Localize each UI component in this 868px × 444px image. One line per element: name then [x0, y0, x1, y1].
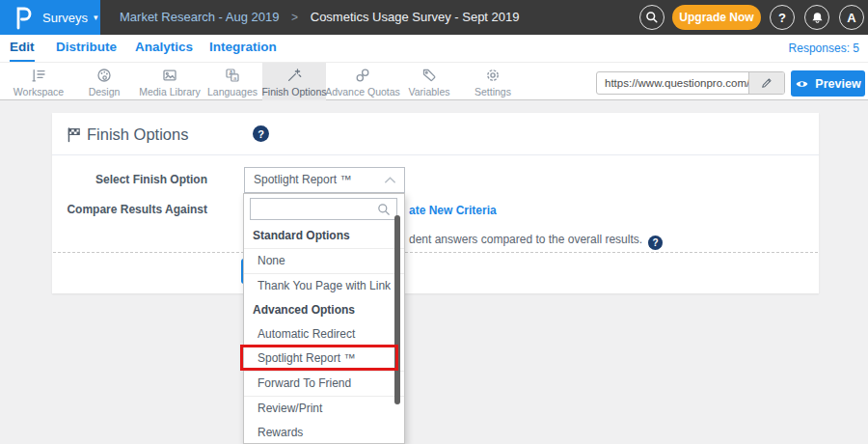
dashed-divider — [53, 252, 818, 253]
toolbar-item-workspace[interactable]: Workspace — [10, 63, 68, 100]
dropdown-scrollbar-thumb[interactable] — [394, 215, 400, 404]
tab-analytics[interactable]: Analytics — [135, 35, 193, 62]
caret-down-icon: ▾ — [94, 13, 98, 22]
account-avatar[interactable]: A — [839, 5, 864, 30]
avatar-initial: A — [847, 11, 855, 25]
dropdown-group-advanced-options: Advanced Options — [244, 298, 404, 323]
dropdown-search-box — [250, 198, 397, 220]
toolbar-item-variables[interactable]: Variables — [401, 63, 457, 100]
tab-edit[interactable]: Edit — [10, 35, 35, 62]
settings-icon — [484, 67, 502, 84]
selected-finish-option: Spotlight Report ™ — [254, 173, 351, 186]
dropdown-group-standard-options: Standard Options — [244, 224, 404, 249]
eye-icon — [795, 77, 809, 91]
dropdown-item-spotlight-report[interactable]: Spotlight Report ™ — [244, 347, 404, 372]
product-menu-label: Surveys — [42, 11, 88, 25]
card-header: Finish Options ? — [52, 113, 819, 155]
search-icon — [644, 10, 660, 25]
top-bar: Surveys ▾ Market Research - Aug 2019 > C… — [0, 0, 868, 35]
surveys-menu[interactable]: Surveys ▾ — [0, 0, 100, 35]
dropdown-item-thank-you-page[interactable]: Thank You Page with Link — [244, 274, 404, 299]
upgrade-now-button[interactable]: Upgrade Now — [672, 5, 761, 30]
toolbar-item-finish-options[interactable]: Finish Options — [262, 63, 326, 100]
pencil-icon — [760, 76, 773, 90]
dropdown-item-none[interactable]: None — [244, 249, 404, 274]
toolbar-item-media-library[interactable]: Media Library — [129, 63, 210, 100]
dropdown-item-review-print[interactable]: Review/Print — [244, 397, 404, 422]
chevron-up-icon — [383, 174, 397, 186]
preview-label: Preview — [815, 77, 860, 91]
dropdown-search-input[interactable] — [251, 199, 371, 219]
dropdown-item-automatic-redirect[interactable]: Automatic Redirect — [244, 322, 404, 347]
languages-icon: A a — [224, 67, 241, 84]
survey-url-input[interactable] — [597, 72, 749, 94]
spotlight-description-text: dent answers compared to the overall res… — [409, 233, 663, 250]
responses-count[interactable]: Responses: 5 — [789, 35, 859, 62]
bell-icon — [810, 11, 825, 25]
breadcrumb-survey-name: Cosmetics Usage Survey - Sept 2019 — [311, 10, 520, 24]
question-mark-icon: ? — [778, 11, 786, 25]
breadcrumb: Market Research - Aug 2019 > Cosmetics U… — [120, 0, 520, 35]
edit-url-button[interactable] — [748, 72, 784, 94]
search-button[interactable] — [639, 5, 665, 30]
toolbar-item-languages[interactable]: A a Languages — [203, 63, 262, 100]
help-button[interactable]: ? — [770, 5, 795, 30]
survey-url-box — [596, 71, 785, 95]
main-nav-tabs: Edit Distribute Analytics Integration Re… — [0, 35, 868, 62]
tab-integration[interactable]: Integration — [209, 35, 277, 62]
select-finish-option-label: Select Finish Option — [39, 173, 207, 186]
create-new-criteria-link[interactable]: ate New Criteria — [409, 204, 497, 217]
questionpro-finish-options-screen: Surveys ▾ Market Research - Aug 2019 > C… — [0, 0, 868, 444]
checkered-flag-icon — [65, 125, 83, 144]
dropdown-item-rewards[interactable]: Rewards — [244, 421, 404, 444]
breadcrumb-separator: > — [291, 11, 298, 24]
page-title: Finish Options — [87, 125, 188, 144]
toolbar-item-design[interactable]: Design — [75, 63, 133, 100]
workspace-icon — [30, 67, 47, 84]
compare-results-against-label: Compare Results Against — [39, 203, 207, 216]
design-icon — [95, 67, 113, 84]
variables-icon — [420, 67, 438, 84]
toolbar-item-advance-quotas[interactable]: Advance Quotas — [326, 63, 399, 100]
finish-options-icon — [285, 67, 303, 84]
media-library-icon — [161, 67, 178, 84]
magnifier-icon — [376, 202, 393, 218]
finish-options-help-icon[interactable]: ? — [253, 125, 269, 142]
questionpro-logo-icon — [13, 5, 34, 30]
description-help-icon[interactable]: ? — [648, 236, 663, 250]
toolbar-item-settings[interactable]: Settings — [465, 63, 521, 100]
breadcrumb-survey-folder[interactable]: Market Research - Aug 2019 — [120, 10, 279, 24]
notifications-button[interactable] — [804, 5, 829, 30]
tab-distribute[interactable]: Distribute — [56, 35, 117, 62]
finish-option-select[interactable]: Spotlight Report ™ — [244, 167, 405, 193]
preview-button[interactable]: Preview — [791, 70, 865, 97]
dropdown-item-forward-to-friend[interactable]: Forward To Friend — [244, 372, 404, 397]
advance-quotas-icon — [354, 67, 371, 84]
finish-option-dropdown-panel: Standard Options None Thank You Page wit… — [243, 193, 405, 444]
